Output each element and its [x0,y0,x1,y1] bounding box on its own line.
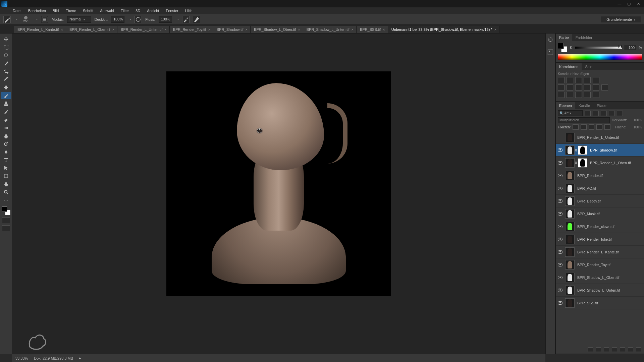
menu-item[interactable]: Datei [9,8,25,14]
photofilter-icon[interactable] [584,84,591,90]
airbrush-icon[interactable] [182,16,190,23]
close-icon[interactable]: × [112,27,114,32]
layer-name[interactable]: BPR_SSS.tif [577,301,598,305]
mask-link-icon[interactable]: ⛓ [575,161,577,165]
layer-thumbnail[interactable] [565,273,575,282]
layer-row[interactable]: BPR_SSS.tif [556,297,644,309]
blur-tool[interactable] [1,132,11,139]
layer-row[interactable]: BPR_Render.tif [556,169,644,182]
adjustment-layer-icon[interactable] [612,347,617,352]
layer-thumbnail[interactable] [565,260,575,269]
canvas-area[interactable] [12,34,545,354]
visibility-toggle[interactable] [556,301,565,305]
vibrance-icon[interactable] [593,77,599,83]
lock-artboard-icon[interactable] [596,124,602,130]
crop-tool[interactable] [1,68,11,75]
mask-link-icon[interactable]: ⛓ [575,148,577,152]
layer-thumbnail[interactable] [565,145,575,155]
document-tab[interactable]: BPR_Shadow_L_Oben.tif× [251,26,303,33]
layer-name[interactable]: BPR_Depth.tif [577,199,601,203]
visibility-toggle[interactable] [556,276,565,279]
document-tab[interactable]: BPR_Render_Toy.tif× [170,26,213,33]
layer-mask-icon[interactable] [604,347,609,352]
layer-row[interactable]: BPR_Shadow_L_Unten.tif [556,284,644,297]
type-tool[interactable] [1,156,11,164]
pen-tool[interactable] [1,148,11,156]
close-icon[interactable]: × [494,27,496,32]
blend-mode-select[interactable]: Multiplizieren [558,117,610,123]
layer-thumbnail[interactable] [565,209,575,219]
document-tab[interactable]: BPR_Render_L_Unten.tif× [117,26,170,33]
quickmask-icon[interactable] [2,217,10,223]
document-tab[interactable]: Unbenannt1 bei 33.3% (BPR_Shadow.tif, Eb… [388,26,499,33]
menu-item[interactable]: Filter [117,8,132,14]
dodge-tool[interactable] [1,140,11,147]
layer-thumbnail[interactable] [565,158,575,168]
tab-swatches[interactable]: Farbfelder [572,34,596,41]
menu-item[interactable]: Bild [49,8,62,14]
colorbalance-icon[interactable] [567,84,573,90]
layer-name[interactable]: BPR_AO.tif [577,186,596,190]
zoom-tool[interactable] [1,188,11,196]
document-tab[interactable]: BPR_Shadow_L_Unten.tif× [303,26,357,33]
path-select-tool[interactable] [1,164,11,172]
document-tab[interactable]: BPR_Render_L_Oben.tif× [66,26,117,33]
marquee-tool[interactable] [1,44,11,51]
layer-name[interactable]: BPR_Shadow.tif [590,148,617,152]
close-icon[interactable]: × [164,27,166,32]
brush-preview[interactable]: 250 [21,16,31,23]
wand-tool[interactable] [1,60,11,67]
grayscale-slider[interactable] [575,47,622,49]
flow-input[interactable]: 100% [159,16,172,23]
layer-filter-select[interactable]: 🔍 Art ▾ [558,110,583,116]
filter-smart-icon[interactable] [617,111,623,116]
menu-item[interactable]: Schrift [79,8,97,14]
layer-row[interactable]: BPR_Mask.tif [556,207,644,220]
channelmixer-icon[interactable] [593,84,599,90]
status-chevron-icon[interactable]: ▸ [79,356,81,360]
menu-item[interactable]: Hilfe [182,8,196,14]
chevron-down-icon[interactable]: ▾ [16,18,17,21]
close-icon[interactable]: × [61,27,63,32]
fill-value[interactable]: 100% [628,125,642,129]
layer-name[interactable]: BPR_Render_clown.tif [577,225,614,229]
layer-thumbnail[interactable] [565,286,575,295]
shape-tool[interactable] [1,172,11,180]
zoom-level[interactable]: 33.33% [15,356,28,360]
tab-color[interactable]: Farbe [556,34,572,41]
more-tools-icon[interactable]: ⋯ [1,196,11,204]
filter-shape-icon[interactable] [609,111,615,116]
menu-item[interactable]: Ebene [62,8,79,14]
visibility-toggle[interactable] [556,238,565,241]
visibility-toggle[interactable] [556,174,565,177]
close-icon[interactable]: × [245,27,247,32]
document-tab[interactable]: BPR_Shadow.tif× [213,26,251,33]
layer-thumbnail[interactable] [565,222,575,231]
lock-all-icon[interactable] [604,124,610,130]
blend-mode-select[interactable]: Normal▾ [67,16,91,23]
pressure-opacity-icon[interactable] [135,16,142,23]
lock-trans-icon[interactable] [573,124,579,130]
brush-tool[interactable] [1,92,11,99]
visibility-toggle[interactable] [556,289,565,292]
layer-row[interactable]: BPR_AO.tif [556,182,644,195]
exposure-icon[interactable] [584,77,591,83]
visibility-toggle[interactable] [556,148,565,152]
mask-thumbnail[interactable] [578,158,587,168]
stamp-tool[interactable] [1,100,11,107]
visibility-toggle[interactable] [556,161,565,165]
brush-panel-icon[interactable] [41,16,48,23]
link-layers-icon[interactable] [588,347,593,352]
chevron-down-icon[interactable]: ▾ [130,18,131,21]
history-brush-tool[interactable] [1,108,11,115]
layer-thumbnail[interactable] [565,196,575,206]
layer-row[interactable]: BPR_Render_folie.tif [556,233,644,246]
tab-layers[interactable]: Ebenen [556,102,575,109]
levels-icon[interactable] [567,77,573,83]
document-tab[interactable]: BPR_SSS.tif× [357,26,388,33]
properties-panel-icon[interactable] [547,49,554,56]
layer-row[interactable]: BPR_Render_Toy.tif [556,258,644,271]
move-tool[interactable] [1,36,11,43]
filter-adjust-icon[interactable] [593,111,599,116]
visibility-toggle[interactable] [556,199,565,203]
